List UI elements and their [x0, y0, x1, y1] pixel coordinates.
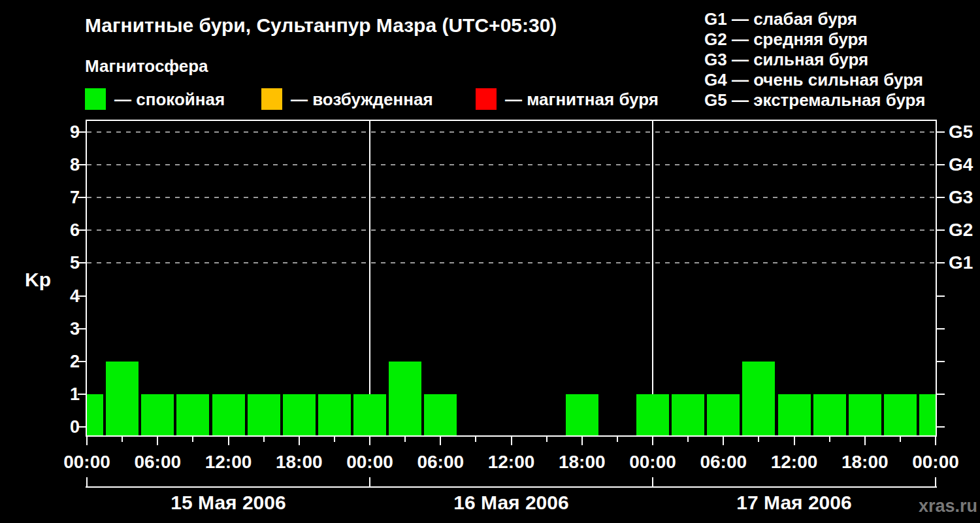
g-level-label-g3: G3: [949, 187, 973, 208]
kp-bar: [176, 394, 209, 435]
y-tick-label: 6: [39, 220, 80, 241]
x-tick-minor: [263, 437, 265, 442]
x-time-label: 12:00: [755, 452, 834, 473]
kp-bar: [919, 394, 937, 435]
kp-bar: [283, 394, 316, 435]
x-time-label: 18:00: [543, 452, 621, 473]
day-separator: [369, 121, 370, 435]
x-tick-minor: [900, 437, 901, 442]
y-tick-right: [937, 328, 945, 329]
g-legend-line: G1 — слабая буря: [704, 9, 925, 29]
gridline-kp9: [87, 131, 936, 133]
y-tick-right: [937, 164, 945, 165]
kp-bar: [884, 394, 917, 435]
quiet-color-swatch: [85, 88, 106, 110]
excited-color-swatch: [261, 88, 282, 110]
g-legend-line: G5 — экстремальная буря: [704, 90, 925, 110]
gridline-kp8: [87, 164, 936, 165]
g-level-label-g2: G2: [949, 220, 973, 241]
y-tick-right: [937, 394, 945, 395]
day-separator: [652, 121, 653, 435]
kp-bar: [106, 362, 139, 435]
x-tick-minor: [475, 437, 476, 442]
x-time-label: 00:00: [896, 452, 975, 473]
x-time-label: 06:00: [684, 452, 762, 473]
x-tick-minor: [192, 437, 193, 442]
x-tick-major: [369, 437, 370, 445]
x-tick-minor: [617, 437, 618, 442]
y-tick-label: 8: [39, 154, 80, 175]
kp-bar: [778, 394, 811, 435]
kp-bar: [86, 394, 103, 435]
x-time-label: 18:00: [826, 452, 904, 473]
y-tick-right: [937, 262, 945, 263]
y-tick-label: 5: [39, 252, 80, 273]
kp-bar: [318, 394, 351, 435]
x-tick-major: [864, 437, 866, 445]
x-time-label: 00:00: [613, 452, 692, 473]
y-tick-label: 9: [39, 122, 80, 143]
y-tick-label: 4: [39, 286, 80, 307]
x-tick-minor: [122, 437, 123, 442]
y-tick-right: [937, 229, 945, 231]
y-tick-right: [937, 361, 945, 362]
x-time-label: 06:00: [401, 452, 480, 473]
kp-bar: [212, 394, 245, 435]
kp-bar: [248, 394, 280, 435]
legend-label-storm: — магнитная буря: [505, 90, 659, 110]
x-tick-major: [157, 437, 158, 445]
x-time-label: 12:00: [189, 452, 268, 473]
x-tick-major: [652, 437, 653, 445]
y-tick-label: 3: [39, 318, 80, 339]
x-time-label: 00:00: [48, 452, 126, 473]
y-tick-label: 2: [39, 351, 80, 372]
kp-bar: [566, 394, 598, 435]
g-legend-line: G4 — очень сильная буря: [704, 70, 925, 90]
kp-bar: [742, 362, 775, 435]
bracket-cap: [86, 477, 88, 488]
kp-bar: [813, 394, 846, 435]
kp-bar: [389, 362, 421, 435]
kp-bar: [849, 394, 881, 435]
g-level-label-g1: G1: [949, 252, 973, 273]
y-tick-label: 0: [39, 416, 80, 437]
gridline-kp5: [87, 262, 936, 263]
gridline-kp6: [87, 229, 936, 231]
legend-label-excited: — возбужденная: [291, 90, 433, 110]
x-tick-major: [440, 437, 441, 445]
g-scale-legend: G1 — слабая буряG2 — средняя буряG3 — си…: [704, 9, 925, 110]
x-tick-minor: [546, 437, 547, 442]
kp-bar: [424, 394, 457, 435]
g-legend-line: G2 — средняя буря: [704, 29, 925, 50]
storm-color-swatch: [476, 88, 497, 110]
bracket-cap: [652, 477, 653, 488]
x-tick-major: [86, 437, 88, 445]
y-tick-label: 7: [39, 187, 80, 208]
x-tick-minor: [758, 437, 759, 442]
x-time-label: 18:00: [260, 452, 338, 473]
x-tick-minor: [404, 437, 406, 442]
kp-bar: [141, 394, 174, 435]
x-tick-minor: [829, 437, 830, 442]
legend-item-excited: — возбужденная: [261, 88, 477, 110]
x-tick-minor: [687, 437, 689, 442]
gridline-kp7: [87, 197, 936, 198]
date-label: 16 Мая 2006: [407, 492, 616, 514]
plot-area: [86, 120, 937, 437]
chart-title: Магнитные бури, Сультанпур Мазра (UTC+05…: [85, 14, 557, 37]
y-tick-right: [937, 131, 945, 133]
y-tick-right: [937, 295, 945, 297]
x-time-label: 12:00: [472, 452, 551, 473]
date-label: 17 Мая 2006: [690, 492, 899, 514]
g-level-label-g4: G4: [949, 154, 973, 175]
x-tick-major: [228, 437, 229, 445]
kp-bar: [636, 394, 669, 435]
x-tick-minor: [334, 437, 335, 442]
bracket-line: [86, 486, 937, 488]
x-tick-major: [935, 437, 936, 445]
date-label: 15 Мая 2006: [124, 492, 333, 514]
legend-label-quiet: — спокойная: [114, 90, 225, 110]
legend-item-storm: — магнитная буря: [476, 88, 691, 110]
x-tick-major: [511, 437, 512, 445]
bracket-cap: [935, 477, 936, 488]
